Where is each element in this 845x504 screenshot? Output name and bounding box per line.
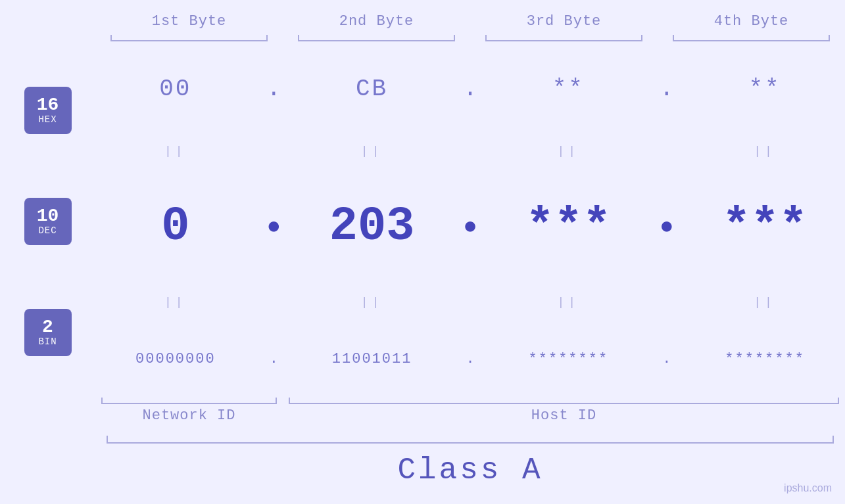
bottom-bracket-row	[95, 388, 845, 404]
hex-byte1: 00	[95, 76, 256, 103]
hex-dot-2: .	[452, 76, 489, 103]
middle-area: 16 HEX 10 DEC 2 BIN 00	[0, 55, 845, 388]
eq-7: ||	[489, 296, 649, 309]
bracket-byte-4	[658, 35, 845, 48]
dec-byte2: 203	[292, 200, 452, 254]
bracket-byte-1	[95, 35, 283, 48]
byte-headers-area: 1st Byte 2nd Byte 3rd Byte 4th Byte	[0, 13, 845, 55]
host-id-label: Host ID	[283, 404, 845, 424]
bottom-area: Network ID Host ID Class A	[0, 388, 845, 497]
dec-value-row: 0 ● 203 ● *** ●	[95, 200, 845, 254]
dec-byte4: ***	[685, 200, 845, 254]
values-col: 00 . CB . ** .	[95, 55, 845, 388]
bin-dot-2: .	[452, 351, 489, 367]
byte-1-header: 1st Byte	[95, 13, 283, 35]
hex-dot-3: .	[648, 76, 685, 103]
bin-byte1: 00000000	[95, 351, 256, 367]
dec-byte3: ***	[489, 200, 649, 254]
long-bottom-bracket	[95, 430, 845, 444]
bin-byte4: ********	[685, 351, 845, 367]
bin-byte2: 11001011	[292, 351, 452, 367]
byte-3-header: 3rd Byte	[470, 13, 658, 35]
id-labels-row: Network ID Host ID	[95, 404, 845, 424]
watermark: ipshu.com	[784, 482, 832, 494]
eq-2: ||	[292, 145, 452, 158]
eq-8: ||	[685, 296, 845, 309]
byte-header-row: 1st Byte 2nd Byte 3rd Byte 4th Byte	[95, 13, 845, 35]
eq-5: ||	[95, 296, 256, 309]
network-bracket	[95, 388, 283, 404]
dec-dot-3: ●	[648, 214, 685, 241]
base-labels-col: 16 HEX 10 DEC 2 BIN	[0, 55, 95, 388]
eq-6: ||	[292, 296, 452, 309]
bracket-byte-2	[283, 35, 470, 48]
bin-dot-3: .	[648, 351, 685, 367]
dec-badge: 10 DEC	[24, 198, 72, 245]
bracket-byte-3	[470, 35, 658, 48]
dec-dot-1: ●	[256, 214, 292, 241]
bin-byte3: ********	[489, 351, 649, 367]
equals-row-2: || || || ||	[95, 296, 845, 309]
class-label: Class A	[95, 450, 845, 491]
main-layout: 1st Byte 2nd Byte 3rd Byte 4th Byte 16 H…	[0, 0, 845, 504]
hex-byte4: **	[685, 76, 845, 103]
host-bracket	[283, 388, 845, 404]
dec-dot-2: ●	[452, 214, 489, 241]
bin-dot-1: .	[256, 351, 292, 367]
bin-value-row: 00000000 . 11001011 . ********	[95, 351, 845, 367]
equals-row-1: || || || ||	[95, 145, 845, 158]
dec-byte1: 0	[95, 200, 256, 254]
hex-badge: 16 HEX	[24, 87, 72, 134]
byte-4-header: 4th Byte	[658, 13, 845, 35]
hex-dot-1: .	[256, 76, 292, 103]
bin-badge: 2 BIN	[24, 309, 72, 356]
eq-1: ||	[95, 145, 256, 158]
eq-4: ||	[685, 145, 845, 158]
hex-byte2: CB	[292, 76, 452, 103]
hex-byte3: **	[489, 76, 649, 103]
hex-value-row: 00 . CB . ** .	[95, 76, 845, 103]
network-id-label: Network ID	[95, 404, 283, 424]
byte-2-header: 2nd Byte	[283, 13, 470, 35]
top-brackets	[95, 35, 845, 48]
eq-3: ||	[489, 145, 649, 158]
